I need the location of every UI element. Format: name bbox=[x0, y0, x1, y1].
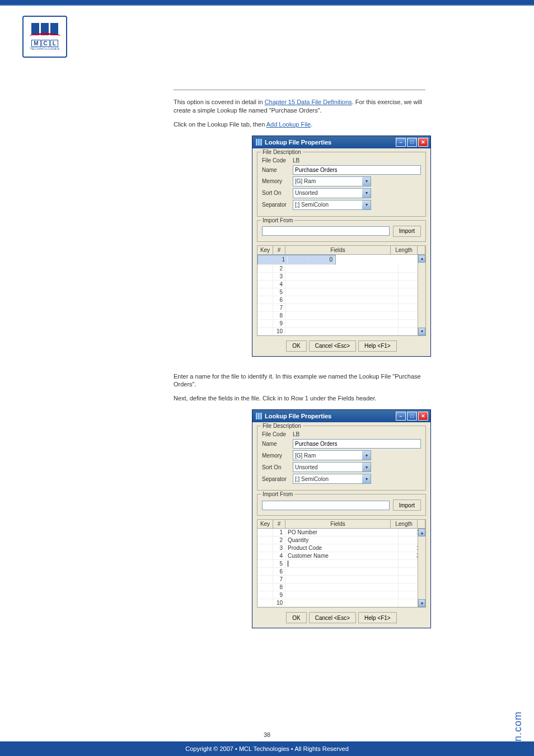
scrollbar[interactable]: ▴ ▾ bbox=[418, 529, 425, 607]
cell-fields[interactable] bbox=[288, 259, 308, 260]
cell-key[interactable] bbox=[257, 591, 273, 599]
minimize-button[interactable]: – bbox=[396, 412, 406, 421]
cell-key[interactable] bbox=[257, 552, 273, 559]
cell-key[interactable] bbox=[257, 265, 273, 272]
sorton-select[interactable]: Unsorted▾ bbox=[293, 462, 371, 472]
table-row[interactable]: 20 bbox=[257, 265, 425, 273]
table-row[interactable]: 3Product Code13 bbox=[257, 544, 425, 552]
cell-length[interactable]: 0 bbox=[308, 256, 335, 263]
cell-fields[interactable] bbox=[285, 273, 399, 280]
scroll-down-icon[interactable]: ▾ bbox=[418, 328, 425, 335]
cell-fields[interactable] bbox=[285, 304, 399, 311]
table-row[interactable]: 60 bbox=[257, 296, 425, 304]
cell-key[interactable] bbox=[257, 312, 273, 319]
cell-key[interactable] bbox=[257, 544, 273, 552]
maximize-button[interactable]: □ bbox=[407, 138, 417, 147]
cell-key[interactable] bbox=[257, 304, 273, 311]
cell-key[interactable] bbox=[260, 259, 275, 260]
separator-select[interactable]: [;] SemiColon▾ bbox=[293, 200, 371, 210]
close-button[interactable]: ✕ bbox=[418, 138, 428, 147]
name-input[interactable] bbox=[293, 165, 421, 175]
cell-fields[interactable] bbox=[285, 576, 399, 583]
help-button[interactable]: Help <F1> bbox=[358, 340, 397, 352]
table-row[interactable]: 100 bbox=[257, 599, 425, 607]
scrollbar[interactable]: ▴ ▾ bbox=[418, 255, 425, 335]
col-num[interactable]: # bbox=[273, 246, 285, 255]
col-length[interactable]: Length bbox=[391, 246, 418, 255]
cell-key[interactable] bbox=[257, 320, 273, 327]
cell-fields[interactable] bbox=[285, 265, 399, 272]
table-row[interactable]: 10 bbox=[257, 255, 336, 265]
help-button[interactable]: Help <F1> bbox=[358, 612, 397, 623]
cell-fields[interactable]: PO Number bbox=[285, 529, 399, 536]
import-button[interactable]: Import bbox=[393, 500, 421, 511]
cancel-button[interactable]: Cancel <Esc> bbox=[309, 612, 356, 623]
cancel-button[interactable]: Cancel <Esc> bbox=[309, 340, 356, 352]
cell-key[interactable] bbox=[257, 281, 273, 288]
col-num[interactable]: # bbox=[273, 520, 285, 529]
table-row[interactable]: 4Customer Name30 bbox=[257, 552, 425, 560]
import-path-input[interactable] bbox=[262, 501, 390, 510]
table-row[interactable]: 50 bbox=[257, 288, 425, 296]
cell-fields[interactable] bbox=[285, 296, 399, 304]
table-row[interactable]: 40 bbox=[257, 281, 425, 288]
import-path-input[interactable] bbox=[262, 226, 390, 236]
cell-fields[interactable] bbox=[285, 591, 399, 599]
table-row[interactable]: 60 bbox=[257, 568, 425, 576]
cell-key[interactable] bbox=[257, 576, 273, 583]
table-row[interactable]: 1PO Number10 bbox=[257, 529, 425, 536]
cell-fields[interactable] bbox=[285, 320, 399, 327]
table-row[interactable]: 80 bbox=[257, 584, 425, 591]
cell-fields[interactable] bbox=[285, 281, 399, 288]
cell-key[interactable] bbox=[257, 296, 273, 304]
cell-key[interactable] bbox=[257, 599, 273, 606]
table-row[interactable]: 90 bbox=[257, 591, 425, 599]
col-key[interactable]: Key bbox=[257, 520, 273, 529]
table-row[interactable]: 80 bbox=[257, 312, 425, 320]
scroll-up-icon[interactable]: ▴ bbox=[418, 529, 425, 536]
minimize-button[interactable]: – bbox=[396, 138, 406, 147]
fields-grid[interactable]: Key # Fields Length 1PO Number102Quantit… bbox=[257, 519, 426, 608]
table-row[interactable]: 100 bbox=[257, 328, 425, 335]
cell-key[interactable] bbox=[257, 273, 273, 280]
chapter-link[interactable]: Chapter 15 Data File Definitions bbox=[265, 99, 352, 105]
cell-fields[interactable] bbox=[285, 584, 399, 591]
memory-select[interactable]: [G] Ram▾ bbox=[293, 176, 371, 186]
cell-key[interactable] bbox=[257, 529, 273, 536]
col-length[interactable]: Length bbox=[391, 520, 418, 529]
close-button[interactable]: ✕ bbox=[418, 412, 428, 421]
cell-key[interactable] bbox=[257, 584, 273, 591]
cell-fields[interactable]: Product Code bbox=[285, 544, 399, 552]
import-button[interactable]: Import bbox=[393, 226, 421, 237]
cell-fields[interactable] bbox=[285, 288, 399, 296]
cell-fields[interactable]: Quantity bbox=[285, 536, 399, 544]
col-key[interactable]: Key bbox=[257, 246, 273, 255]
separator-select[interactable]: [;] SemiColon▾ bbox=[293, 474, 371, 484]
cell-fields[interactable] bbox=[285, 312, 399, 319]
ok-button[interactable]: OK bbox=[286, 340, 306, 352]
scroll-down-icon[interactable]: ▾ bbox=[418, 599, 425, 607]
titlebar[interactable]: Lookup File Properties – □ ✕ bbox=[252, 410, 430, 422]
table-row[interactable]: 70 bbox=[257, 576, 425, 584]
sorton-select[interactable]: Unsorted▾ bbox=[293, 188, 371, 198]
cell-key[interactable] bbox=[257, 328, 273, 335]
cell-key[interactable] bbox=[257, 560, 273, 567]
titlebar[interactable]: Lookup File Properties – □ ✕ bbox=[252, 136, 430, 148]
cell-key[interactable] bbox=[257, 536, 273, 544]
maximize-button[interactable]: □ bbox=[407, 412, 417, 421]
name-input[interactable] bbox=[293, 439, 421, 449]
cell-fields[interactable] bbox=[285, 328, 399, 335]
add-lookup-link[interactable]: Add Lookup File bbox=[266, 121, 311, 128]
fields-grid[interactable]: Key # Fields Length 10203040506070809010… bbox=[257, 245, 426, 336]
table-row[interactable]: 90 bbox=[257, 320, 425, 328]
table-row[interactable]: 2Quantity4 bbox=[257, 536, 425, 544]
table-row[interactable]: 30 bbox=[257, 273, 425, 281]
cell-fields[interactable] bbox=[285, 568, 399, 575]
cell-key[interactable] bbox=[257, 288, 273, 296]
table-row[interactable]: 5 0 bbox=[257, 560, 425, 568]
ok-button[interactable]: OK bbox=[286, 612, 306, 623]
cell-fields[interactable] bbox=[285, 599, 399, 606]
scroll-up-icon[interactable]: ▴ bbox=[418, 255, 425, 263]
table-row[interactable]: 70 bbox=[257, 304, 425, 312]
memory-select[interactable]: [G] Ram▾ bbox=[293, 450, 371, 460]
